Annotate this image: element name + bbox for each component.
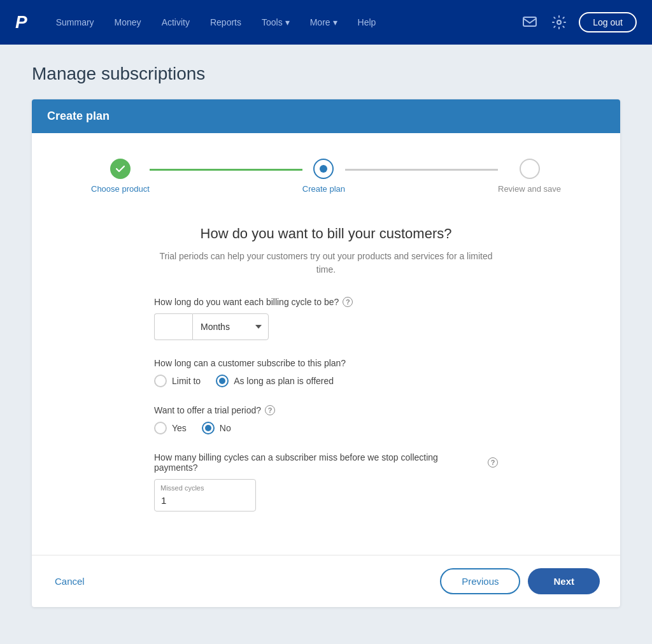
svg-rect-0 xyxy=(523,17,536,26)
trial-help-icon[interactable]: ? xyxy=(265,405,275,415)
billing-cycle-group: How long do you want each billing cycle … xyxy=(154,297,498,340)
subscribe-limit-radio[interactable] xyxy=(154,375,167,387)
nav-item-money[interactable]: Money xyxy=(106,12,150,32)
next-button[interactable]: Next xyxy=(528,568,600,594)
radio-dot xyxy=(219,378,225,384)
form-main-title: How do you want to bill your customers? xyxy=(154,225,498,242)
subscribe-limit-label: Limit to xyxy=(172,376,201,386)
nav-item-reports[interactable]: Reports xyxy=(201,12,250,32)
stepper: Choose product Create plan Review and sa… xyxy=(57,152,595,200)
subscribe-duration-label: How long can a customer subscribe to thi… xyxy=(154,358,498,368)
step-1-circle xyxy=(110,159,131,179)
billing-cycle-unit-select[interactable]: Days Weeks Months Years xyxy=(192,313,269,340)
trial-yes-option[interactable]: Yes xyxy=(154,422,187,434)
nav-item-activity[interactable]: Activity xyxy=(153,12,199,32)
main-content: Manage subscriptions Create plan Choose … xyxy=(0,45,652,644)
subscribe-unlimited-label: As long as plan is offered xyxy=(234,376,334,386)
card-footer: Cancel Previous Next xyxy=(32,555,620,607)
nav-item-tools[interactable]: Tools ▾ xyxy=(253,12,299,32)
chevron-down-icon: ▾ xyxy=(285,17,290,27)
step-3-label: Review and save xyxy=(498,184,561,194)
subscribe-unlimited-option[interactable]: As long as plan is offered xyxy=(216,375,334,387)
trial-no-radio[interactable] xyxy=(202,422,215,434)
missed-cycles-group: How many billing cycles can a subscriber… xyxy=(154,452,498,512)
nav-item-more[interactable]: More ▾ xyxy=(301,12,346,32)
nav-menu: Summary Money Activity Reports Tools ▾ M… xyxy=(47,12,521,32)
trial-period-label: Want to offer a trial period? ? xyxy=(154,405,498,415)
step-2-circle xyxy=(313,159,334,179)
chevron-down-icon: ▾ xyxy=(333,17,337,27)
card-header-title: Create plan xyxy=(47,110,110,122)
settings-icon-button[interactable] xyxy=(549,13,569,32)
step-review-save: Review and save xyxy=(498,159,561,194)
trial-yes-label: Yes xyxy=(172,423,187,433)
gear-icon xyxy=(552,15,566,29)
logout-button[interactable]: Log out xyxy=(579,12,637,32)
step-create-plan: Create plan xyxy=(302,159,345,194)
billing-cycle-help-icon[interactable]: ? xyxy=(343,297,353,307)
radio-dot xyxy=(205,425,211,431)
card-header: Create plan xyxy=(32,99,620,133)
missed-cycles-label: How many billing cycles can a subscriber… xyxy=(154,452,498,473)
form-subtitle: Trial periods can help your customers tr… xyxy=(154,250,498,276)
step-connector-2 xyxy=(345,169,498,171)
step-connector-1 xyxy=(150,169,302,171)
check-icon xyxy=(116,166,125,173)
trial-radio-group: Yes No xyxy=(154,422,498,434)
card-body: Choose product Create plan Review and sa… xyxy=(32,133,620,555)
billing-cycle-label: How long do you want each billing cycle … xyxy=(154,297,498,307)
step-2-label: Create plan xyxy=(302,184,345,194)
subscribe-duration-group: How long can a customer subscribe to thi… xyxy=(154,358,498,387)
trial-no-label: No xyxy=(220,423,231,433)
missed-cycles-input[interactable] xyxy=(154,479,256,512)
footer-right-buttons: Previous Next xyxy=(440,568,600,594)
subscribe-radio-group: Limit to As long as plan is offered xyxy=(154,375,498,387)
message-icon xyxy=(523,17,537,28)
subscribe-unlimited-radio[interactable] xyxy=(216,375,229,387)
cancel-button[interactable]: Cancel xyxy=(52,571,87,592)
navbar-right: Log out xyxy=(520,12,637,32)
trial-no-option[interactable]: No xyxy=(202,422,231,434)
missed-cycles-help-icon[interactable]: ? xyxy=(488,457,498,468)
navbar: P Summary Money Activity Reports Tools ▾… xyxy=(0,0,652,45)
step-1-label: Choose product xyxy=(91,184,150,194)
nav-item-summary[interactable]: Summary xyxy=(47,12,103,32)
create-plan-card: Create plan Choose product xyxy=(32,99,620,607)
nav-item-help[interactable]: Help xyxy=(349,12,385,32)
paypal-logo: P xyxy=(15,12,27,32)
trial-period-group: Want to offer a trial period? ? Yes xyxy=(154,405,498,434)
billing-cycle-number-input[interactable] xyxy=(154,313,192,340)
step-choose-product: Choose product xyxy=(91,159,150,194)
message-icon-button[interactable] xyxy=(520,14,539,31)
missed-cycles-input-wrap: Missed cycles xyxy=(154,479,256,512)
subscribe-limit-option[interactable]: Limit to xyxy=(154,375,201,387)
previous-button[interactable]: Previous xyxy=(440,568,520,594)
step-3-circle xyxy=(520,159,540,179)
trial-yes-radio[interactable] xyxy=(154,422,167,434)
step-2-dot xyxy=(320,165,327,173)
svg-point-1 xyxy=(557,20,561,24)
page-title: Manage subscriptions xyxy=(32,64,620,84)
billing-cycle-input-row: Days Weeks Months Years xyxy=(154,313,498,340)
form-section: How do you want to bill your customers? … xyxy=(154,225,498,512)
